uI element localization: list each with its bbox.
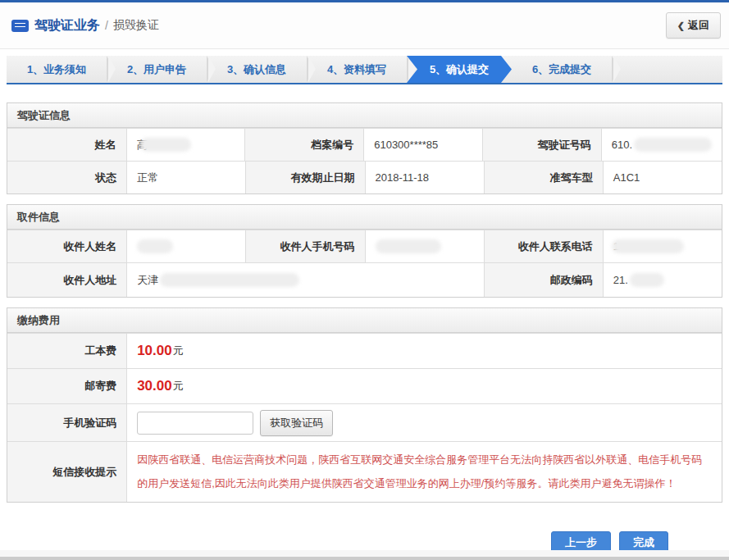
postage-fee-value: 30.00 元	[126, 369, 722, 403]
redaction-blur	[630, 273, 664, 287]
redaction-blur	[140, 138, 191, 152]
page-bottom-strip	[0, 550, 729, 560]
recipient-mobile-value	[365, 230, 484, 262]
section-license-info-title: 驾驶证信息	[7, 103, 722, 128]
sms-notice-label: 短信接收提示	[7, 442, 126, 502]
section-license-info: 驾驶证信息 姓名 高 档案编号 610300****85 驾驶证号码 610. …	[7, 102, 722, 194]
name-value: 高	[126, 129, 245, 161]
license-card-icon	[11, 20, 29, 32]
table-row: 收件人地址 天津 邮政编码 21.	[7, 262, 722, 297]
status-label: 状态	[7, 162, 126, 193]
file-number-label: 档案编号	[244, 129, 363, 161]
postal-code-value: 21.	[603, 263, 722, 297]
page-title: 驾驶证业务	[34, 17, 100, 34]
expiry-date-label: 有效期止日期	[245, 162, 364, 193]
production-fee-value: 10.00 元	[126, 334, 722, 368]
redaction-blur	[376, 239, 441, 253]
section-pickup-info: 取件信息 收件人姓名 收件人手机号码 收件人联系电话 1 收件人地址 天津 邮政…	[7, 204, 722, 298]
sms-code-input[interactable]	[137, 412, 253, 435]
vehicle-class-value: A1C1	[603, 162, 722, 193]
license-number-value: 610.	[601, 129, 722, 161]
license-number-label: 驾驶证号码	[482, 129, 601, 161]
sms-notice-text: 因陕西省联通、电信运营商技术问题，陕西省互联网交通安全综合服务管理平台无法向持陕…	[127, 442, 722, 502]
breadcrumb-divider: /	[105, 19, 108, 32]
section-pickup-info-title: 取件信息	[7, 205, 722, 230]
postage-fee-amount: 30.00	[137, 378, 172, 394]
recipient-address-value: 天津	[126, 263, 484, 297]
currency-unit: 元	[173, 344, 184, 358]
table-row: 姓名 高 档案编号 610300****85 驾驶证号码 610.	[7, 128, 722, 161]
get-sms-code-button[interactable]: 获取验证码	[260, 410, 333, 436]
step-5-confirm-submit-active: 5、确认提交	[407, 56, 512, 83]
sms-code-cell: 获取验证码	[126, 404, 722, 441]
sms-notice-cell: 因陕西省联通、电信运营商技术问题，陕西省互联网交通安全综合服务管理平台无法向持陕…	[126, 442, 722, 502]
redaction-blur	[612, 239, 684, 253]
status-value: 正常	[126, 162, 245, 193]
table-row: 手机验证码 获取验证码	[7, 403, 722, 441]
redaction-blur	[160, 273, 299, 287]
page-header: 驾驶证业务 / 损毁换证 ❮ 返回	[0, 2, 729, 49]
name-label: 姓名	[7, 129, 126, 161]
production-fee-amount: 10.00	[137, 343, 172, 359]
redaction-blur	[137, 239, 173, 253]
step-1-business-notice: 1、业务须知	[7, 56, 107, 83]
step-6-complete-submit: 6、完成提交	[512, 56, 612, 83]
breadcrumb-current: 损毁换证	[113, 18, 159, 33]
vehicle-class-label: 准驾车型	[484, 162, 603, 193]
table-row: 短信接收提示 因陕西省联通、电信运营商技术问题，陕西省互联网交通安全综合服务管理…	[7, 441, 722, 502]
recipient-phone-value: 1	[603, 230, 722, 262]
currency-unit: 元	[173, 379, 184, 394]
back-button-label: 返回	[688, 18, 709, 33]
table-row: 状态 正常 有效期止日期 2018-11-18 准驾车型 A1C1	[7, 161, 722, 193]
step-3-confirm-info: 3、确认信息	[207, 56, 307, 83]
recipient-address-label: 收件人地址	[7, 263, 126, 297]
recipient-phone-label: 收件人联系电话	[484, 230, 603, 262]
production-fee-label: 工本费	[7, 334, 126, 368]
back-button[interactable]: ❮ 返回	[666, 12, 721, 39]
postal-code-label: 邮政编码	[484, 263, 603, 297]
recipient-name-value	[126, 230, 245, 262]
table-row: 收件人姓名 收件人手机号码 收件人联系电话 1	[7, 230, 722, 262]
section-fees-title: 缴纳费用	[7, 308, 722, 333]
chevron-left-icon: ❮	[677, 20, 685, 31]
file-number-value: 610300****85	[363, 129, 482, 161]
table-row: 邮寄费 30.00 元	[7, 368, 722, 403]
step-2-user-declaration: 2、用户申告	[107, 56, 207, 83]
table-row: 工本费 10.00 元	[7, 333, 722, 368]
redaction-blur	[634, 138, 712, 152]
step-bar-filler	[612, 56, 722, 83]
section-fees: 缴纳费用 工本费 10.00 元 邮寄费 30.00 元 手机验证码 获取验证码…	[7, 307, 722, 503]
recipient-mobile-label: 收件人手机号码	[245, 230, 364, 262]
step-4-fill-data: 4、资料填写	[307, 56, 407, 83]
postage-fee-label: 邮寄费	[7, 369, 126, 403]
recipient-name-label: 收件人姓名	[7, 230, 126, 262]
sms-code-label: 手机验证码	[7, 404, 126, 441]
step-wizard-bar: 1、业务须知 2、用户申告 3、确认信息 4、资料填写 5、确认提交 6、完成提…	[7, 56, 722, 84]
expiry-date-value: 2018-11-18	[365, 162, 484, 193]
